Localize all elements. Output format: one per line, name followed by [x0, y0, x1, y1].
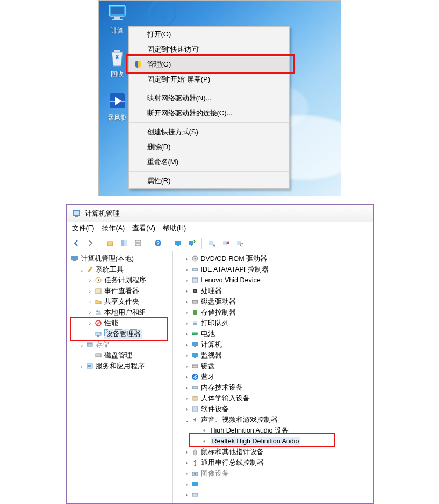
chevron-right-icon[interactable]: › [184, 449, 190, 455]
tool-properties-button[interactable] [132, 237, 145, 250]
chevron-down-icon[interactable]: ⌄ [78, 342, 85, 348]
memory-icon [191, 383, 199, 392]
chevron-right-icon[interactable]: › [78, 363, 85, 369]
dev-monitor[interactable]: ›监视器 [173, 350, 373, 361]
nav-back-button[interactable] [70, 237, 83, 250]
tool-disable-button[interactable] [219, 237, 232, 250]
dev-lenovo[interactable]: ›Lenovo Vhid Device [173, 275, 373, 286]
chevron-right-icon[interactable]: › [184, 310, 190, 316]
chevron-right-icon[interactable]: › [184, 277, 190, 283]
chevron-right-icon[interactable]: › [87, 310, 93, 316]
disc-icon [191, 254, 199, 263]
computer-desktop-icon[interactable]: 计算 [102, 3, 132, 35]
ctx-map-drive[interactable]: 映射网络驱动器(N)... [129, 91, 289, 106]
chevron-right-icon[interactable]: › [184, 342, 190, 348]
tool-refresh-button[interactable] [185, 237, 198, 250]
dev-cpu[interactable]: ›处理器 [173, 286, 373, 296]
dev-imaging[interactable]: ›图像设备 [173, 468, 373, 479]
menu-view[interactable]: 查看(V) [132, 224, 155, 233]
menu-action[interactable]: 操作(A) [102, 224, 125, 233]
left-tree[interactable]: 计算机管理(本地) ⌄ 系统工具 › 任务计划程序 › 事件查看器 › 共享文件… [67, 251, 173, 503]
chevron-right-icon[interactable]: › [184, 396, 190, 401]
ctx-rename[interactable]: 重命名(M) [129, 155, 289, 170]
dev-dvd[interactable]: ›DVD/CD-ROM 驱动器 [173, 253, 373, 264]
baofeng-desktop-icon[interactable]: 暴风影 [102, 90, 132, 122]
tree-shared-folders[interactable]: › 共享文件夹 [67, 296, 172, 307]
wrench-icon [85, 265, 94, 274]
tree-performance[interactable]: › 性能 [67, 318, 172, 328]
ctx-manage[interactable]: 管理(G) [129, 57, 289, 72]
ctx-create-shortcut[interactable]: 创建快捷方式(S) [129, 125, 289, 140]
dev-bluetooth[interactable]: ›蓝牙 [173, 371, 373, 382]
nav-forward-button[interactable] [84, 237, 97, 250]
chevron-right-icon[interactable]: › [184, 267, 190, 273]
dev-computer[interactable]: ›计算机 [173, 339, 373, 350]
tree-root-computer-mgmt[interactable]: 计算机管理(本地) [67, 253, 172, 264]
tool-show-hide-button[interactable] [118, 237, 131, 250]
dev-realtek[interactable]: Realtek High Definition Audio [173, 436, 373, 447]
dev-memory-tech[interactable]: ›内存技术设备 [173, 382, 373, 393]
tree-device-manager[interactable]: 设备管理器 [67, 328, 172, 339]
dev-software[interactable]: ›软件设备 [173, 404, 373, 414]
chevron-right-icon[interactable]: › [184, 288, 190, 294]
ctx-open[interactable]: 打开(O) [129, 27, 289, 42]
dev-unknown1[interactable]: › [173, 479, 373, 490]
chevron-right-icon[interactable]: › [184, 492, 190, 498]
dev-battery[interactable]: ›电池 [173, 328, 373, 339]
ctx-pin-start[interactable]: 固定到"开始"屏幕(P) [129, 72, 289, 87]
chevron-right-icon[interactable]: › [184, 256, 190, 262]
chevron-right-icon[interactable]: › [184, 363, 190, 369]
chevron-right-icon[interactable]: › [184, 471, 190, 477]
dev-print-queue[interactable]: ›打印队列 [173, 318, 373, 328]
window-title: 计算机管理 [85, 209, 120, 218]
tool-up-button[interactable] [104, 237, 117, 250]
dev-ide[interactable]: ›IDE ATA/ATAPI 控制器 [173, 264, 373, 275]
chevron-right-icon[interactable]: › [184, 353, 190, 359]
dev-disk[interactable]: ›磁盘驱动器 [173, 296, 373, 307]
chevron-right-icon[interactable]: › [184, 299, 190, 305]
ctx-disconnect-drive[interactable]: 断开网络驱动器的连接(C)... [129, 106, 289, 121]
dev-storage-controller[interactable]: ›存储控制器 [173, 307, 373, 318]
ctx-properties[interactable]: 属性(R) [129, 173, 289, 188]
mouse-icon [191, 448, 199, 456]
tool-monitor-button[interactable] [171, 237, 184, 250]
chevron-right-icon[interactable]: › [87, 299, 93, 305]
tree-system-tools[interactable]: ⌄ 系统工具 [67, 264, 172, 275]
chevron-right-icon[interactable]: › [87, 288, 93, 294]
tree-disk-mgmt[interactable]: 磁盘管理 [67, 350, 172, 361]
chevron-right-icon[interactable]: › [184, 385, 190, 391]
chevron-right-icon[interactable]: › [87, 277, 93, 283]
tool-update-button[interactable] [233, 237, 246, 250]
menu-help[interactable]: 帮助(H) [163, 224, 186, 233]
chevron-right-icon[interactable]: › [184, 374, 190, 380]
chevron-right-icon[interactable]: › [184, 481, 190, 487]
dev-usb[interactable]: ›通用串行总线控制器 [173, 457, 373, 468]
dev-keyboard[interactable]: ›键盘 [173, 361, 373, 371]
recycle-bin-desktop-icon[interactable]: 回收 [102, 46, 132, 79]
chevron-down-icon[interactable]: ⌄ [184, 417, 190, 423]
chevron-right-icon[interactable]: › [184, 406, 190, 412]
chevron-right-icon[interactable]: › [87, 320, 93, 326]
chevron-right-icon[interactable]: › [184, 320, 190, 326]
menu-file[interactable]: 文件(F) [72, 224, 95, 233]
context-menu: 打开(O) 固定到"快速访问" 管理(G) 固定到"开始"屏幕(P) 映射网络驱… [128, 26, 290, 189]
chevron-right-icon[interactable]: › [184, 331, 190, 337]
dev-hid[interactable]: ›人体学输入设备 [173, 393, 373, 404]
tree-event-viewer[interactable]: › 事件查看器 [67, 286, 172, 296]
tree-local-users[interactable]: › 本地用户和组 [67, 307, 172, 318]
ctx-pin-quick-access[interactable]: 固定到"快速访问" [129, 42, 289, 57]
tree-services-apps[interactable]: › 服务和应用程序 [67, 361, 172, 371]
tool-scan-button[interactable] [205, 237, 218, 250]
tool-help-button[interactable]: ? [152, 237, 164, 250]
chevron-right-icon[interactable]: › [184, 460, 190, 466]
device-tree[interactable]: ›DVD/CD-ROM 驱动器 ›IDE ATA/ATAPI 控制器 ›Leno… [173, 251, 373, 503]
tree-storage[interactable]: ⌄ 存储 [67, 339, 172, 350]
kugou-icon[interactable] [147, 0, 177, 28]
dev-hda[interactable]: High Definition Audio 设备 [173, 425, 373, 436]
ctx-delete[interactable]: 删除(D) [129, 140, 289, 155]
tree-task-scheduler[interactable]: › 任务计划程序 [67, 275, 172, 286]
dev-mouse[interactable]: ›鼠标和其他指针设备 [173, 447, 373, 457]
chevron-down-icon[interactable]: ⌄ [78, 267, 85, 273]
dev-sound-video[interactable]: ⌄声音、视频和游戏控制器 [173, 414, 373, 425]
dev-unknown2[interactable]: › [173, 490, 373, 500]
